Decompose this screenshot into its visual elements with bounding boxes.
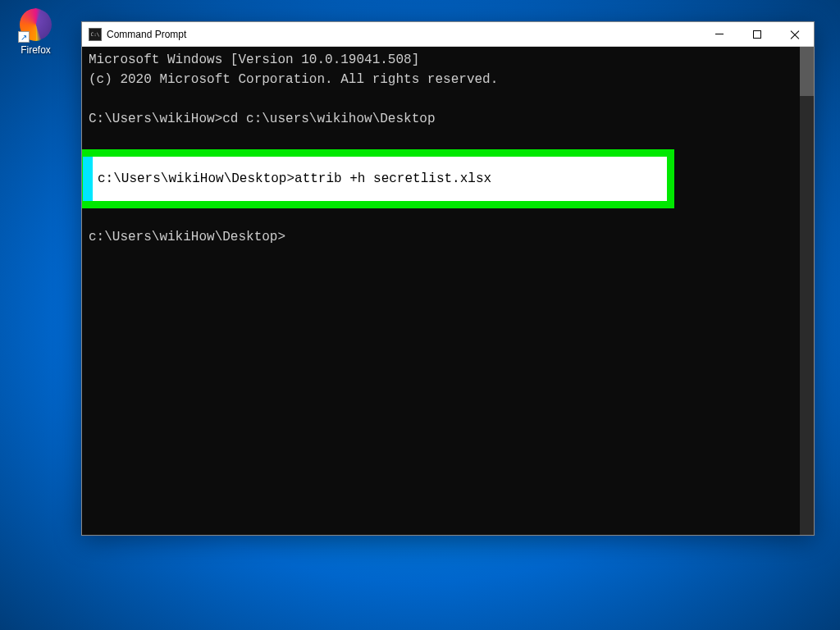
titlebar[interactable]: Command Prompt: [82, 22, 814, 47]
close-icon: [790, 30, 800, 39]
cmd-icon: [89, 28, 102, 41]
window-controls: [701, 22, 814, 46]
minimize-icon: [715, 34, 724, 34]
terminal-line: C:\Users\wikiHow>cd c:\users\wikihow\Des…: [89, 109, 807, 129]
terminal-line: c:\Users\wikiHow\Desktop>: [89, 227, 807, 247]
close-button[interactable]: [776, 22, 814, 46]
maximize-button[interactable]: [738, 22, 776, 46]
firefox-icon: ↗: [20, 8, 52, 41]
maximize-icon: [753, 30, 761, 39]
highlighted-command-line: c:\Users\wikiHow\Desktop>attrib +h secre…: [93, 157, 667, 201]
terminal-blank: [89, 208, 807, 227]
shortcut-arrow-icon: ↗: [18, 31, 30, 43]
window-title: Command Prompt: [107, 29, 701, 40]
terminal-blank: [89, 129, 807, 148]
terminal-blank: [89, 89, 807, 109]
scrollbar-thumb[interactable]: [800, 47, 814, 96]
firefox-label: Firefox: [21, 44, 51, 56]
terminal-line: (c) 2020 Microsoft Corporation. All righ…: [89, 70, 807, 89]
terminal-body[interactable]: Microsoft Windows [Version 10.0.19041.50…: [82, 47, 814, 535]
scrollbar[interactable]: [800, 47, 814, 535]
terminal-line: Microsoft Windows [Version 10.0.19041.50…: [89, 50, 807, 70]
firefox-desktop-icon[interactable]: ↗ Firefox: [13, 8, 58, 56]
command-prompt-window: Command Prompt Microsoft Windows [Versio…: [81, 21, 815, 536]
minimize-button[interactable]: [701, 22, 738, 46]
